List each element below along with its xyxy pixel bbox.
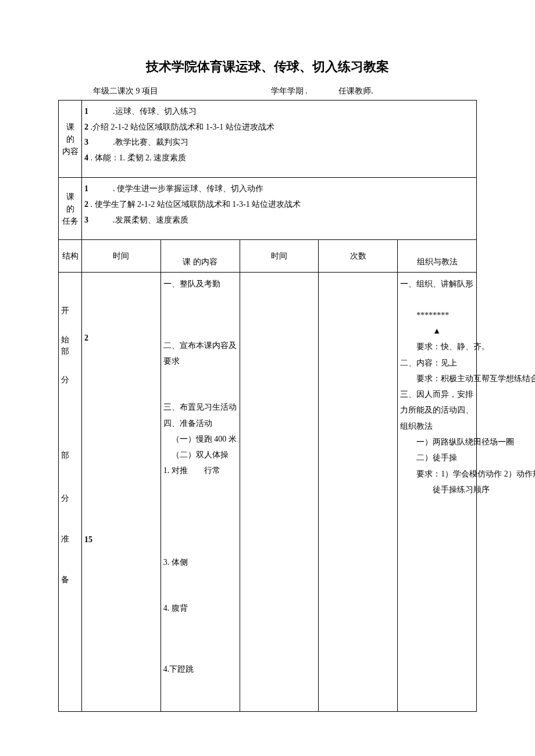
meta-row: 年级二课次 9 项目 学年学期 . 任课教师.	[93, 86, 477, 96]
meta-term: 学年学期	[271, 87, 304, 95]
content-body: 一、整队及考勤 二、宣布本课内容及要求 三、布置见习生活动 四、准备活动 （一）…	[160, 273, 240, 711]
struct-l2: 始 部	[61, 334, 79, 357]
cl-11: 1. 对推 行常	[163, 463, 237, 478]
time-val-1: 2	[84, 331, 158, 346]
task-num-2: 2	[84, 200, 88, 209]
content-text-4: . 体能：1. 柔韧 2. 速度素质	[91, 153, 187, 162]
cl-10: （二）双人体操	[163, 447, 237, 463]
struct-l6: 准	[61, 533, 79, 545]
ol-0: 一、组织、讲解队形	[400, 276, 474, 292]
org-body: 一、组织、讲解队形 ******** ▲ 要求：快、静、齐。 二、内容：见上 要…	[398, 273, 477, 711]
hdr-org-text: 组织与教法	[417, 257, 458, 266]
content-label: 课 的 内容	[62, 123, 79, 156]
content-text-2: .介绍 2-1-2 站位区域联防战术和 1-3-1 站位进攻战术	[91, 123, 274, 131]
task-row: 课 的 任务 1 . 使学生进一步掌握运球、传球、切入动作 2 . 使学生了解 …	[59, 178, 477, 240]
content-body-cell: 1 .运球、传球、切入练习 2 .介绍 2-1-2 站位区域联防战术和 1-3-…	[82, 101, 477, 178]
cl-24: 4.下蹬跳	[163, 661, 237, 677]
hdr-time: 时间	[82, 240, 161, 273]
content-num-2: 2	[84, 123, 88, 131]
content-num-1: 1	[84, 107, 88, 116]
task-num-1: 1	[84, 184, 88, 193]
content-text-3: .教学比赛、裁判实习	[113, 138, 188, 146]
body-row: 开 始 部 分 部 分 准 备 2 15 一、整队及考勤 二、宣布本课内容及要求	[59, 273, 477, 711]
ol-9: 二）徒手操	[400, 450, 474, 465]
time-val-2: 15	[84, 532, 158, 548]
struct-l4: 部	[61, 450, 79, 461]
task-num-3: 3	[84, 216, 88, 224]
content-text-1: .运球、传球、切入练习	[113, 107, 197, 116]
ol-4: 要求：快、静、齐。	[400, 339, 474, 354]
hdr-structure: 结构	[59, 240, 82, 273]
ol-6: 要求：积极主动互帮互学想练结合	[400, 371, 474, 386]
meta-grade: 年级二课次 9 项目	[93, 86, 158, 96]
cl-8: 四、准备活动	[163, 415, 237, 431]
task-label: 课 的 任务	[62, 192, 79, 225]
struct-l5: 分	[61, 493, 79, 504]
hdr-content-text: 课 的内容	[183, 257, 217, 266]
cl-17: 3. 体侧	[163, 554, 237, 570]
time-cell: 2 15	[82, 273, 161, 711]
struct-l1: 开	[61, 305, 79, 317]
structure-cell: 开 始 部 分 部 分 准 备	[59, 273, 82, 711]
struct-l3: 分	[61, 374, 79, 386]
struct-l7: 备	[61, 574, 79, 586]
count-cell	[319, 273, 398, 711]
hdr-count: 次数	[319, 240, 398, 273]
page-title: 技术学院体育课运球、传球、切入练习教案	[58, 58, 477, 76]
meta-teacher: 任课教师.	[338, 87, 373, 95]
cl-7: 三、布置见习生活动	[163, 399, 237, 415]
task-text-1: . 使学生进一步掌握运球、传球、切入动作	[113, 184, 263, 193]
content-num-4: 4	[84, 153, 88, 162]
content-row: 课 的 内容 1 .运球、传球、切入练习 2 .介绍 2-1-2 站位区域联防战…	[59, 101, 477, 178]
task-text-2: . 使学生了解 2-1-2 站位区域联防战术和 1-3-1 站位进攻战术	[91, 200, 301, 209]
task-body-cell: 1 . 使学生进一步掌握运球、传球、切入动作 2 . 使学生了解 2-1-2 站…	[82, 178, 477, 240]
ol-5: 二、内容：见上	[400, 355, 474, 371]
lesson-table: 课 的 内容 1 .运球、传球、切入练习 2 .介绍 2-1-2 站位区域联防战…	[58, 100, 477, 712]
hdr-time2: 时间	[240, 240, 319, 273]
content-label-cell: 课 的 内容	[59, 101, 82, 178]
ol-7: 三、因人而异，安排力所能及的活动四、组织教法	[400, 386, 474, 434]
cl-20: 4. 腹背	[163, 600, 237, 616]
cl-9: （一）慢跑 400 米	[163, 431, 237, 447]
meta-term-suffix: .	[305, 87, 308, 95]
ol-8: 一）两路纵队绕田径场一圈	[400, 434, 474, 450]
task-text-3: .发展柔韧、速度素质	[113, 216, 188, 224]
ol-10: 要求：1）学会模仿动作 2）动作规范、到位 3）注意	[400, 466, 474, 482]
ol-3: ▲	[400, 323, 474, 339]
hdr-org: 组织与教法	[398, 240, 477, 273]
table-header-row: 结构 时间 课 的内容 时间 次数 组织与教法	[59, 240, 477, 273]
cl-4: 二、宣布本课内容及要求	[163, 338, 237, 370]
content-num-3: 3	[84, 138, 88, 146]
hdr-content: 课 的内容	[160, 240, 240, 273]
task-label-cell: 课 的 任务	[59, 178, 82, 240]
ol-2: ********	[400, 307, 474, 323]
time2-cell	[240, 273, 319, 711]
ol-11: 徒手操练习顺序	[400, 482, 474, 497]
cl-0: 一、整队及考勤	[163, 276, 237, 292]
